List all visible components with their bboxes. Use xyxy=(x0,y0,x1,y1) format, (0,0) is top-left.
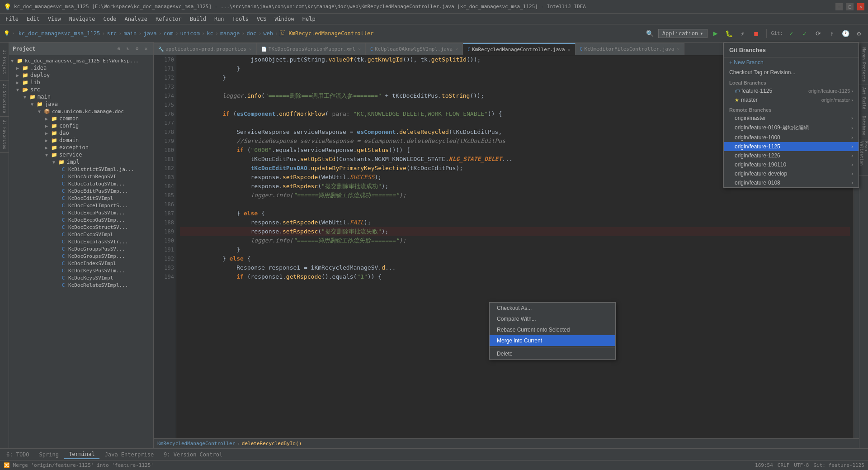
breadcrumb-src[interactable]: src xyxy=(107,30,117,37)
tree-main[interactable]: ▼ 📁 main xyxy=(9,93,153,100)
context-delete[interactable]: Delete xyxy=(490,348,615,359)
tree-config[interactable]: ▶ 📁 config xyxy=(9,122,153,129)
tree-deploy[interactable]: ▶ 📁 deploy xyxy=(9,71,153,79)
bottom-tab-java-enterprise[interactable]: Java Enterprise xyxy=(100,451,158,459)
menu-window[interactable]: Window xyxy=(271,15,297,23)
breadcrumb-file[interactable]: 🇨 KmRecycledManageController xyxy=(280,30,373,37)
git-check-button[interactable]: ✓ xyxy=(786,28,797,39)
git-remote-origin-feature-1000[interactable]: origin/feature-1000 › xyxy=(724,133,859,142)
menu-code[interactable]: Code xyxy=(100,15,120,23)
bottom-tab-spring[interactable]: Spring xyxy=(35,451,63,459)
git-update-button[interactable]: ⟳ xyxy=(813,28,824,39)
tree-domain[interactable]: ▶ 📁 domain xyxy=(9,137,153,144)
right-tab-bean[interactable]: Bean Validation xyxy=(859,139,868,176)
tree-dao[interactable]: ▶ 📁 dao xyxy=(9,129,153,137)
menu-run[interactable]: Run xyxy=(211,15,228,23)
menu-edit[interactable]: Edit xyxy=(23,15,43,23)
minimize-button[interactable]: — xyxy=(835,3,843,10)
right-tab-maven[interactable]: Maven Projects xyxy=(859,44,868,85)
menu-vcs[interactable]: VCS xyxy=(253,15,270,23)
tree-root[interactable]: ▼ 📁 kc_doc_managesvc_msa_1125 E:\Worksp.… xyxy=(9,57,153,64)
tree-KcDocKeysPusSVIm[interactable]: C KcDocKeysPusSVIm... xyxy=(9,267,153,274)
tree-KcDocCatalogSVIm[interactable]: C KcDocCatalogSVIm... xyxy=(9,180,153,187)
git-remote-origin-feature-1125[interactable]: origin/feature-1125 › xyxy=(724,142,859,151)
tab-upload-qa[interactable]: C KcUploadQAknwlgSVImpl.java ✕ xyxy=(366,43,463,55)
panel-settings-icon[interactable]: ⚙ xyxy=(133,45,141,52)
tree-KcDocExcpPusSVIm[interactable]: C KcDocExcpPusSVIm... xyxy=(9,209,153,216)
context-rebase[interactable]: Rebase Current onto Selected xyxy=(490,324,615,335)
panel-sync-icon[interactable]: ↻ xyxy=(124,45,132,52)
tree-KcDocGroupsPusSV[interactable]: C KcDocGroupsPusSV... xyxy=(9,245,153,252)
tree-pkg[interactable]: ▼ 📦 com.unicom.kc.manage.doc xyxy=(9,108,153,115)
debug-button[interactable]: 🐛 xyxy=(724,28,735,39)
breadcrumb-unicom[interactable]: unicom xyxy=(180,30,200,37)
git-remote-origin-feature-190110[interactable]: origin/feature-190110 › xyxy=(724,160,859,169)
run-button[interactable]: ▶ xyxy=(710,28,721,39)
tree-KcDistrictSVImpl[interactable]: C KcDistrictSVImpl.ja... xyxy=(9,166,153,173)
tree-KcDocGroupsSVImp[interactable]: C KcDocGroupsSVImp... xyxy=(9,252,153,260)
context-compare-with[interactable]: Compare With... xyxy=(490,313,615,324)
tab-app-prod[interactable]: 🔧 application-prod.properties ✕ xyxy=(154,43,257,55)
breadcrumb-manage[interactable]: manage xyxy=(220,30,240,37)
tree-KcDocExcpSVImpl[interactable]: C KcDocExcpSVImpl xyxy=(9,231,153,238)
tab-umeditor[interactable]: C KcUmeditorFilesController.java ✕ xyxy=(576,43,685,55)
tab-km-recycled[interactable]: C KmRecycledManageController.java ✕ xyxy=(463,43,575,55)
sidebar-tab-favorites[interactable]: 3: Favorites xyxy=(0,117,9,153)
breadcrumb-com[interactable]: com xyxy=(164,30,174,37)
context-checkout-as[interactable]: Checkout As... xyxy=(490,303,615,313)
sidebar-tab-structure[interactable]: 2: Structure xyxy=(0,81,9,117)
search-button[interactable]: 🔍 xyxy=(645,28,656,39)
close-button[interactable]: ✕ xyxy=(857,3,864,10)
breadcrumb-java[interactable]: java xyxy=(144,30,157,37)
git-remote-origin-feature-develop[interactable]: origin/feature-develop › xyxy=(724,169,859,178)
settings-button[interactable]: ⚙ xyxy=(854,28,864,39)
tree-KcDocExcpStructSV[interactable]: C KcDocExcpStructSV... xyxy=(9,223,153,231)
tree-KcDocAuthRegnSVI[interactable]: C KcDocAuthRegnSVI xyxy=(9,173,153,180)
breadcrumb-kc[interactable]: kc xyxy=(207,30,213,37)
tree-KcDocExcpTaskSVIr[interactable]: C KcDocExcpTaskSVIr... xyxy=(9,238,153,245)
tree-java[interactable]: ▼ 📁 java xyxy=(9,100,153,108)
tree-KcDocKeysSVImpl[interactable]: C KcDocKeysSVImpl xyxy=(9,274,153,281)
menu-view[interactable]: View xyxy=(44,15,65,23)
git-push-button[interactable]: ↑ xyxy=(826,28,837,39)
stop-button[interactable]: ■ xyxy=(751,28,762,39)
bottom-tab-version-control[interactable]: 9: Version Control xyxy=(159,451,227,459)
menu-file[interactable]: File xyxy=(2,15,22,23)
breadcrumb-main[interactable]: main xyxy=(123,30,137,37)
run-config-selector[interactable]: Application ▾ xyxy=(658,29,708,38)
menu-help[interactable]: Help xyxy=(299,15,319,23)
tree-idea[interactable]: ▶ 📁 .idea xyxy=(9,64,153,71)
right-tab-ant[interactable]: Ant Build xyxy=(859,85,868,112)
git-history-button[interactable]: 🕐 xyxy=(840,28,851,39)
tree-lib[interactable]: ▶ 📁 lib xyxy=(9,79,153,86)
panel-add-icon[interactable]: ⊕ xyxy=(115,45,123,52)
git-check2-button[interactable]: ✓ xyxy=(799,28,810,39)
tree-KcDocExcpQaSVImp[interactable]: C KcDocExcpQaSVImp... xyxy=(9,216,153,223)
coverage-button[interactable]: ⚡ xyxy=(737,28,748,39)
breadcrumb-web[interactable]: web xyxy=(263,30,273,37)
menu-analyze[interactable]: Analyze xyxy=(121,15,151,23)
tree-KcDocIndexSVImpl[interactable]: C KcDocIndexSVImpl xyxy=(9,260,153,267)
git-remote-origin-feature-1226[interactable]: origin/feature-1226 › xyxy=(724,151,859,160)
bottom-tab-todo[interactable]: 6: TODO xyxy=(2,451,34,459)
tree-src[interactable]: ▼ 📂 src xyxy=(9,86,153,93)
tree-common[interactable]: ▶ 📁 common xyxy=(9,115,153,122)
tree-KcDocEditSVImpl[interactable]: C KcDocEditSVImpl xyxy=(9,195,153,202)
maximize-button[interactable]: □ xyxy=(846,3,854,10)
menu-refactor[interactable]: Refactor xyxy=(152,15,185,23)
git-checkout-tag-button[interactable]: Checkout Tag or Revision... xyxy=(724,67,859,77)
right-tab-database[interactable]: Database xyxy=(859,112,868,139)
tree-impl[interactable]: ▼ 📁 impl xyxy=(9,158,153,166)
menu-navigate[interactable]: Navigate xyxy=(66,15,99,23)
tab-version-mapper[interactable]: 📄 TKcDocGroupsVersionMapper.xml ✕ xyxy=(257,43,366,55)
context-merge[interactable]: Merge into Current xyxy=(490,335,615,346)
git-remote-origin-master[interactable]: origin/master › xyxy=(724,114,859,123)
menu-build[interactable]: Build xyxy=(186,15,210,23)
menu-tools[interactable]: Tools xyxy=(229,15,252,23)
git-new-branch-button[interactable]: + New Branch xyxy=(724,57,859,67)
tree-KcDocExcelImportS[interactable]: C KcDocExcelImportS... xyxy=(9,202,153,209)
breadcrumb-doc[interactable]: doc xyxy=(246,30,256,37)
tree-KcDocRelateSVImpl[interactable]: C KcDocRelateSVImpl... xyxy=(9,281,153,289)
tree-service[interactable]: ▼ 📁 service xyxy=(9,151,153,158)
panel-close-icon[interactable]: ✕ xyxy=(142,45,150,52)
